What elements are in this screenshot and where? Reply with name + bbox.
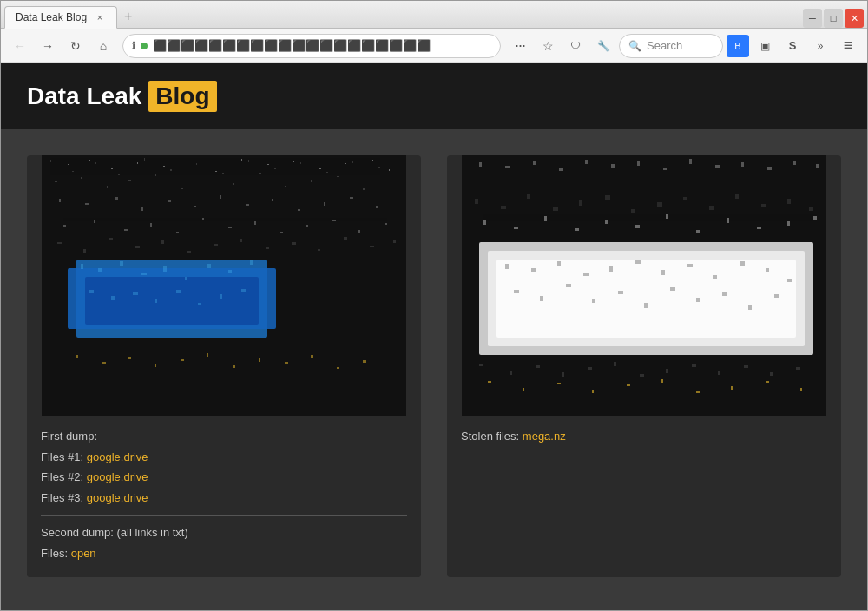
menu-button[interactable]: ≡	[836, 34, 860, 58]
svg-rect-92	[170, 169, 172, 171]
search-placeholder: Search	[647, 39, 682, 52]
svg-rect-152	[696, 298, 700, 302]
profile-button[interactable]: B	[727, 35, 749, 57]
files-1-link[interactable]: google.drive	[87, 450, 148, 463]
svg-rect-181	[770, 372, 773, 376]
svg-rect-70	[285, 362, 288, 364]
svg-rect-112	[344, 237, 347, 240]
svg-rect-197	[605, 220, 608, 224]
title-bar: Data Leak Blog × + ─ □ ✕	[1, 1, 867, 29]
forward-button[interactable]: →	[36, 34, 60, 58]
site-header: Data Leak Blog	[1, 63, 867, 129]
svg-rect-190	[731, 386, 733, 390]
bookmark-button[interactable]: ☆	[536, 34, 560, 58]
extensions-menu-button[interactable]: »	[808, 34, 832, 58]
svg-rect-202	[757, 227, 761, 229]
svg-rect-183	[488, 381, 491, 383]
site-title-text: Data Leak	[27, 82, 141, 110]
svg-rect-148	[592, 299, 595, 303]
svg-rect-159	[553, 207, 558, 211]
files-open-link[interactable]: open	[71, 547, 96, 560]
shield-button[interactable]: 🛡	[563, 34, 588, 58]
svg-rect-201	[727, 218, 729, 223]
svg-rect-97	[300, 162, 301, 164]
svg-rect-83	[306, 225, 308, 227]
browser-tab[interactable]: Data Leak Blog ×	[4, 6, 117, 29]
tab-close-button[interactable]: ×	[94, 11, 106, 23]
svg-rect-124	[689, 159, 692, 164]
svg-rect-81	[254, 221, 256, 225]
svg-rect-157	[501, 206, 506, 209]
extension-button[interactable]: 🔧	[591, 34, 615, 58]
window-controls: ─ □ ✕	[803, 9, 864, 28]
svg-rect-32	[141, 207, 143, 211]
svg-rect-94	[222, 173, 224, 174]
svg-rect-100	[378, 167, 380, 168]
svg-rect-147	[566, 284, 571, 287]
svg-rect-85	[358, 230, 360, 233]
svg-rect-122	[637, 161, 640, 166]
sidebar-button[interactable]: ▣	[753, 34, 777, 58]
svg-rect-11	[319, 168, 321, 169]
close-button[interactable]: ✕	[845, 9, 864, 28]
svg-rect-163	[657, 202, 662, 207]
white-noise-image	[447, 155, 841, 416]
svg-rect-75	[94, 220, 95, 223]
svg-rect-194	[514, 227, 518, 229]
svg-rect-184	[523, 388, 524, 391]
stolen-files-link[interactable]: mega.nz	[523, 430, 566, 443]
svg-rect-109	[266, 247, 269, 249]
svg-rect-90	[118, 174, 120, 175]
svg-rect-137	[609, 266, 613, 272]
back-button[interactable]: ←	[8, 34, 32, 58]
svg-rect-189	[696, 391, 700, 393]
svg-rect-177	[666, 369, 668, 373]
svg-rect-88	[72, 171, 74, 172]
svg-rect-116	[479, 162, 482, 167]
browser-window: Data Leak Blog × + ─ □ ✕ ← → ↻ ⌂ ℹ ⬛⬛⬛⬛⬛…	[0, 0, 868, 611]
account-button[interactable]: S	[780, 34, 805, 58]
svg-rect-191	[766, 381, 769, 383]
svg-rect-66	[181, 359, 184, 361]
svg-rect-175	[614, 362, 616, 366]
search-bar[interactable]: 🔍 Search	[619, 34, 723, 58]
files-1-line: Files #1: google.drive	[41, 449, 407, 466]
svg-rect-196	[575, 228, 579, 231]
svg-rect-107	[214, 244, 218, 246]
svg-rect-9	[267, 164, 269, 165]
svg-rect-40	[350, 197, 353, 199]
svg-rect-204	[813, 216, 817, 220]
svg-rect-146	[540, 296, 543, 301]
navigation-bar: ← → ↻ ⌂ ℹ ⬛⬛⬛⬛⬛⬛⬛⬛⬛⬛⬛⬛⬛⬛⬛⬛⬛⬛⬛⬛ ··· ☆ 🛡 🔧…	[1, 29, 867, 63]
files-2-link[interactable]: google.drive	[87, 470, 148, 483]
new-tab-button[interactable]: +	[117, 5, 139, 28]
svg-rect-5	[163, 166, 165, 167]
more-button[interactable]: ···	[508, 34, 532, 58]
svg-rect-37	[272, 199, 273, 201]
svg-rect-95	[248, 160, 249, 162]
svg-rect-20	[181, 188, 183, 189]
svg-rect-182	[796, 367, 800, 370]
svg-rect-185	[557, 383, 561, 384]
svg-rect-58	[176, 290, 181, 293]
home-button[interactable]: ⌂	[91, 34, 115, 58]
svg-rect-99	[352, 161, 353, 163]
svg-rect-180	[744, 365, 748, 368]
svg-rect-44	[85, 277, 259, 325]
svg-rect-36	[246, 204, 249, 206]
svg-rect-41	[376, 206, 378, 208]
svg-rect-111	[318, 249, 320, 251]
svg-rect-49	[163, 266, 167, 272]
files-3-link[interactable]: google.drive	[87, 491, 148, 504]
refresh-button[interactable]: ↻	[63, 34, 88, 58]
svg-rect-133	[505, 264, 509, 269]
address-bar[interactable]: ℹ ⬛⬛⬛⬛⬛⬛⬛⬛⬛⬛⬛⬛⬛⬛⬛⬛⬛⬛⬛⬛	[122, 34, 501, 58]
svg-rect-34	[194, 206, 196, 207]
svg-rect-167	[761, 204, 766, 207]
svg-rect-104	[135, 246, 140, 248]
svg-rect-156	[475, 199, 478, 204]
maximize-button[interactable]: □	[824, 9, 843, 28]
svg-rect-3	[111, 168, 113, 169]
minimize-button[interactable]: ─	[803, 9, 822, 28]
card-right: Stolen files: mega.nz	[447, 155, 841, 577]
